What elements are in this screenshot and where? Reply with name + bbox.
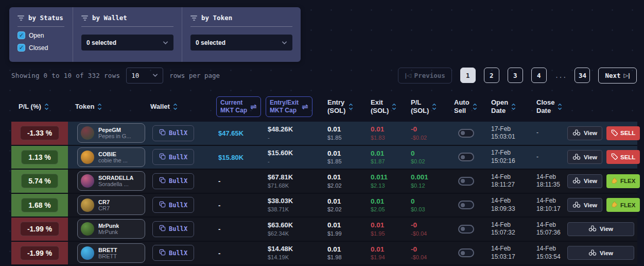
token-subtitle: CR7 [98, 205, 110, 211]
chevron-down-icon [152, 73, 158, 77]
token-subtitle: Pepes in G... [98, 133, 131, 139]
next-page-button[interactable]: Next ▷| [598, 68, 637, 84]
auto-sell-toggle[interactable] [458, 153, 474, 161]
pl-percent-cell: 5.74 % [11, 170, 68, 193]
binoculars-icon [572, 177, 581, 185]
bullx-wallet-button[interactable]: BullX [152, 221, 194, 237]
previous-icon: |◁ [405, 72, 411, 79]
token-chip[interactable]: PepeGMPepes in G... [77, 123, 145, 143]
page-button-last[interactable]: 34 [575, 68, 590, 83]
auto-sell-toggle[interactable] [458, 248, 474, 257]
pl-percent-cell: -1.99 % [11, 242, 68, 265]
bullx-wallet-button[interactable]: BullX [152, 197, 194, 213]
pl-percent-cell: 1.68 % [11, 194, 68, 217]
token-name: COBIE [98, 151, 128, 157]
pl-sol-cell: 0.001$0.12 [404, 173, 447, 189]
auto-sell-toggle[interactable] [458, 129, 474, 138]
entry-exit-mkt-cap-cell: $14.48K$14.19K [260, 245, 320, 261]
token-chip[interactable]: COBIEcobie the ... [77, 147, 145, 167]
view-button[interactable]: View [567, 246, 634, 260]
token-avatar [81, 126, 94, 140]
header-pl-sol[interactable]: P/L(SOL) [404, 98, 447, 114]
bullx-wallet-button[interactable]: BullX [152, 173, 194, 189]
wallet-select[interactable]: 0 selected [81, 35, 173, 51]
bullx-wallet-button[interactable]: BullX [152, 245, 194, 261]
filter-icon [18, 15, 24, 21]
auto-sell-toggle[interactable] [458, 177, 474, 186]
entry-exit-mkt-cap-cell: $15.60K- [260, 149, 320, 165]
header-wallet[interactable]: Wallet [143, 103, 211, 111]
header-entry-sol[interactable]: Entry(SOL) [320, 98, 363, 114]
sort-icon [173, 103, 178, 111]
copy-icon [159, 129, 166, 137]
table-row: 1.68 %CR7CR7BullX-$38.03K$38.71K0.01$2.0… [11, 194, 637, 218]
table-header-row: P/L (%)TokenWalletCurrentMKT Cap⇌Entry/E… [11, 92, 637, 122]
header-token[interactable]: Token [68, 103, 143, 111]
page-button-3[interactable]: 3 [508, 68, 523, 83]
filter-by-token: by Token 0 selected [182, 7, 301, 62]
token-select-value: 0 selected [196, 39, 225, 46]
token-chip[interactable]: SORADELLASoradella ... [77, 171, 145, 191]
current-mkt-cap-cell: - [211, 248, 260, 258]
header-current-mkt-cap[interactable]: CurrentMKT Cap⇌ [216, 96, 261, 117]
exit-sol-cell: 0.01$1.94 [363, 245, 404, 261]
header-open-date[interactable]: OpenDate [484, 98, 529, 114]
auto-sell-toggle[interactable] [458, 225, 474, 234]
auto-sell-toggle[interactable] [458, 201, 474, 209]
token-chip[interactable]: MrPunkMrPunk [77, 219, 145, 239]
page-size-value: 10 [131, 72, 139, 79]
pl-sol-cell: 0$0.02 [404, 149, 447, 165]
table-row: 5.74 %SORADELLASoradella ...BullX-$67.81… [11, 170, 637, 194]
filter-token-label: by Token [201, 14, 232, 22]
bullx-wallet-button[interactable]: BullX [152, 149, 194, 165]
page-button-2[interactable]: 2 [484, 68, 499, 83]
exit-sol-cell: 0.01$1.87 [363, 149, 404, 165]
flex-button[interactable]: FLEX [606, 198, 640, 212]
table-row: -1.99 %MrPunkMrPunkBullX-$63.60K$62.34K0… [11, 218, 637, 242]
header-auto-sell[interactable]: AutoSell [447, 98, 484, 114]
sell-button[interactable]: SELL [606, 150, 640, 164]
entry-sol-cell: 0.01$1.98 [320, 245, 363, 261]
sort-icon [558, 103, 562, 111]
filter-icon [190, 15, 197, 21]
token-chip[interactable]: CR7CR7 [77, 195, 145, 215]
view-button[interactable]: View [567, 198, 602, 212]
view-button[interactable]: View [567, 174, 602, 188]
binoculars-icon [572, 201, 581, 209]
table-row: -1.33 %PepeGMPepes in G...BullX$47.65K$4… [11, 122, 637, 146]
checkbox-open[interactable]: ✓ Open [18, 31, 64, 39]
view-button[interactable]: View [567, 222, 634, 236]
row-actions: View [566, 222, 637, 236]
sell-button[interactable]: SELL [606, 126, 640, 140]
copy-icon [159, 249, 166, 257]
positions-table: P/L (%)TokenWalletCurrentMKT Cap⇌Entry/E… [11, 92, 637, 265]
checkbox-closed[interactable]: ✓ Closed [18, 44, 64, 52]
page-size-select[interactable]: 10 [126, 68, 163, 84]
token-name: PepeGM [98, 127, 131, 133]
header-pl-pct[interactable]: P/L (%) [11, 103, 68, 111]
filter-status-title: by Status [18, 14, 64, 27]
entry-exit-mkt-cap-cell: $48.26K- [260, 125, 320, 141]
table-body: -1.33 %PepeGMPepes in G...BullX$47.65K$4… [11, 122, 637, 265]
token-subtitle: MrPunk [98, 229, 119, 235]
entry-exit-mkt-cap-cell: $38.03K$38.71K [260, 197, 320, 213]
header-entry-exit-mkt-cap[interactable]: Entry/ExitMKT Cap⇌ [266, 96, 312, 117]
flex-button[interactable]: FLEX [606, 174, 640, 188]
previous-page-button[interactable]: |◁ Previous [398, 68, 452, 84]
page-button-1[interactable]: 1 [460, 68, 476, 83]
view-button[interactable]: View [567, 150, 602, 164]
exit-sol-cell: 0.01$1.95 [363, 221, 404, 237]
filter-wallet-label: by Wallet [92, 14, 127, 22]
page-button-4[interactable]: 4 [531, 68, 547, 83]
token-select[interactable]: 0 selected [190, 35, 292, 51]
view-button[interactable]: View [567, 126, 602, 140]
token-chip[interactable]: BRETTBRETT [77, 243, 145, 263]
copy-icon [159, 201, 166, 209]
chevron-down-icon [163, 41, 168, 45]
token-avatar [81, 198, 94, 212]
token-avatar [81, 174, 94, 188]
rows-per-page-label: rows per page [169, 72, 220, 79]
header-exit-sol[interactable]: Exit(SOL) [363, 98, 404, 114]
bullx-wallet-button[interactable]: BullX [152, 125, 194, 141]
header-close-date[interactable]: CloseDate [529, 98, 566, 114]
